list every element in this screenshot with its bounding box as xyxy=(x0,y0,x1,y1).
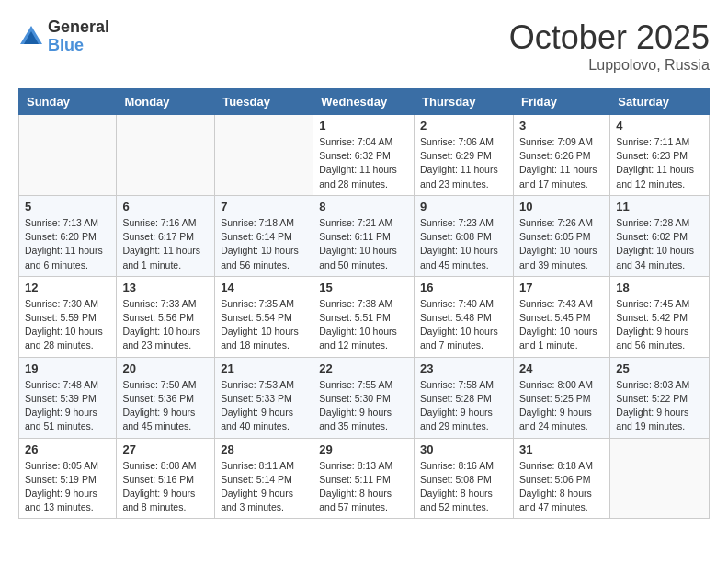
calendar-cell: 19Sunrise: 7:48 AM Sunset: 5:39 PM Dayli… xyxy=(19,357,117,438)
day-content: Sunrise: 7:43 AM Sunset: 5:45 PM Dayligh… xyxy=(519,297,604,353)
day-content: Sunrise: 7:53 AM Sunset: 5:33 PM Dayligh… xyxy=(221,378,307,434)
calendar-week-5: 26Sunrise: 8:05 AM Sunset: 5:19 PM Dayli… xyxy=(19,438,710,519)
day-content: Sunrise: 7:06 AM Sunset: 6:29 PM Dayligh… xyxy=(420,135,507,191)
calendar-cell: 15Sunrise: 7:38 AM Sunset: 5:51 PM Dayli… xyxy=(313,276,415,357)
day-content: Sunrise: 8:16 AM Sunset: 5:08 PM Dayligh… xyxy=(420,459,507,515)
day-number: 14 xyxy=(221,281,307,294)
day-content: Sunrise: 7:58 AM Sunset: 5:28 PM Dayligh… xyxy=(420,378,507,434)
day-number: 25 xyxy=(616,362,703,375)
calendar-week-3: 12Sunrise: 7:30 AM Sunset: 5:59 PM Dayli… xyxy=(19,276,710,357)
day-content: Sunrise: 7:45 AM Sunset: 5:42 PM Dayligh… xyxy=(616,297,703,353)
day-content: Sunrise: 7:55 AM Sunset: 5:30 PM Dayligh… xyxy=(319,378,408,434)
day-number: 22 xyxy=(319,362,408,375)
day-number: 16 xyxy=(420,281,507,294)
day-content: Sunrise: 7:21 AM Sunset: 6:11 PM Dayligh… xyxy=(319,216,408,272)
day-content: Sunrise: 8:18 AM Sunset: 5:06 PM Dayligh… xyxy=(519,459,604,515)
weekday-header-thursday: Thursday xyxy=(415,89,514,115)
calendar-cell: 18Sunrise: 7:45 AM Sunset: 5:42 PM Dayli… xyxy=(610,276,710,357)
calendar-cell: 22Sunrise: 7:55 AM Sunset: 5:30 PM Dayli… xyxy=(313,357,415,438)
day-number: 23 xyxy=(420,362,507,375)
day-content: Sunrise: 7:23 AM Sunset: 6:08 PM Dayligh… xyxy=(420,216,507,272)
calendar-cell: 2Sunrise: 7:06 AM Sunset: 6:29 PM Daylig… xyxy=(415,115,514,196)
calendar-week-2: 5Sunrise: 7:13 AM Sunset: 6:20 PM Daylig… xyxy=(19,195,710,276)
weekday-header-saturday: Saturday xyxy=(610,89,710,115)
day-number: 3 xyxy=(519,119,604,132)
day-content: Sunrise: 7:28 AM Sunset: 6:02 PM Dayligh… xyxy=(616,216,703,272)
day-number: 9 xyxy=(420,200,507,213)
calendar-cell: 21Sunrise: 7:53 AM Sunset: 5:33 PM Dayli… xyxy=(215,357,313,438)
day-content: Sunrise: 7:50 AM Sunset: 5:36 PM Dayligh… xyxy=(122,378,209,434)
calendar-week-4: 19Sunrise: 7:48 AM Sunset: 5:39 PM Dayli… xyxy=(19,357,710,438)
day-number: 17 xyxy=(519,281,604,294)
day-number: 11 xyxy=(616,200,703,213)
calendar-cell: 11Sunrise: 7:28 AM Sunset: 6:02 PM Dayli… xyxy=(610,195,710,276)
calendar-cell: 20Sunrise: 7:50 AM Sunset: 5:36 PM Dayli… xyxy=(117,357,215,438)
day-number: 12 xyxy=(25,281,110,294)
day-number: 7 xyxy=(221,200,307,213)
calendar-cell: 31Sunrise: 8:18 AM Sunset: 5:06 PM Dayli… xyxy=(513,438,609,519)
day-number: 28 xyxy=(221,442,307,456)
day-number: 5 xyxy=(25,200,110,213)
day-number: 31 xyxy=(519,442,604,456)
calendar-cell: 5Sunrise: 7:13 AM Sunset: 6:20 PM Daylig… xyxy=(19,195,117,276)
weekday-header-wednesday: Wednesday xyxy=(313,89,415,115)
day-number: 20 xyxy=(122,362,209,375)
day-number: 13 xyxy=(122,281,209,294)
logo-icon xyxy=(18,24,44,50)
day-content: Sunrise: 7:18 AM Sunset: 6:14 PM Dayligh… xyxy=(221,216,307,272)
calendar-cell: 12Sunrise: 7:30 AM Sunset: 5:59 PM Dayli… xyxy=(19,276,117,357)
calendar-cell: 24Sunrise: 8:00 AM Sunset: 5:25 PM Dayli… xyxy=(513,357,609,438)
calendar-week-1: 1Sunrise: 7:04 AM Sunset: 6:32 PM Daylig… xyxy=(19,115,710,196)
calendar-cell: 17Sunrise: 7:43 AM Sunset: 5:45 PM Dayli… xyxy=(513,276,609,357)
calendar-table: SundayMondayTuesdayWednesdayThursdayFrid… xyxy=(18,88,710,519)
calendar-cell: 26Sunrise: 8:05 AM Sunset: 5:19 PM Dayli… xyxy=(19,438,117,519)
day-content: Sunrise: 7:40 AM Sunset: 5:48 PM Dayligh… xyxy=(420,297,507,353)
logo-text: General Blue xyxy=(48,18,109,55)
weekday-header-sunday: Sunday xyxy=(19,89,117,115)
calendar-cell: 6Sunrise: 7:16 AM Sunset: 6:17 PM Daylig… xyxy=(117,195,215,276)
day-content: Sunrise: 7:09 AM Sunset: 6:26 PM Dayligh… xyxy=(519,135,604,191)
calendar-cell xyxy=(19,115,117,196)
location: Luppolovo, Russia xyxy=(509,57,710,74)
logo: General Blue xyxy=(18,18,109,55)
calendar-cell: 13Sunrise: 7:33 AM Sunset: 5:56 PM Dayli… xyxy=(117,276,215,357)
day-number: 27 xyxy=(122,442,209,456)
day-number: 24 xyxy=(519,362,604,375)
day-content: Sunrise: 8:03 AM Sunset: 5:22 PM Dayligh… xyxy=(616,378,703,434)
day-content: Sunrise: 8:08 AM Sunset: 5:16 PM Dayligh… xyxy=(122,459,209,515)
day-number: 4 xyxy=(616,119,703,132)
calendar-cell xyxy=(117,115,215,196)
day-content: Sunrise: 7:26 AM Sunset: 6:05 PM Dayligh… xyxy=(519,216,604,272)
calendar-cell: 16Sunrise: 7:40 AM Sunset: 5:48 PM Dayli… xyxy=(415,276,514,357)
day-number: 8 xyxy=(319,200,408,213)
logo-general-text: General xyxy=(48,18,109,37)
calendar-body: 1Sunrise: 7:04 AM Sunset: 6:32 PM Daylig… xyxy=(19,115,710,519)
calendar-cell: 1Sunrise: 7:04 AM Sunset: 6:32 PM Daylig… xyxy=(313,115,415,196)
title-section: October 2025 Luppolovo, Russia xyxy=(509,18,710,74)
calendar-cell: 14Sunrise: 7:35 AM Sunset: 5:54 PM Dayli… xyxy=(215,276,313,357)
day-number: 26 xyxy=(25,442,110,456)
day-content: Sunrise: 7:30 AM Sunset: 5:59 PM Dayligh… xyxy=(25,297,110,353)
day-number: 18 xyxy=(616,281,703,294)
calendar-cell: 25Sunrise: 8:03 AM Sunset: 5:22 PM Dayli… xyxy=(610,357,710,438)
page-header: General Blue October 2025 Luppolovo, Rus… xyxy=(18,18,710,74)
calendar-header: SundayMondayTuesdayWednesdayThursdayFrid… xyxy=(19,89,710,115)
day-content: Sunrise: 7:11 AM Sunset: 6:23 PM Dayligh… xyxy=(616,135,703,191)
day-number: 1 xyxy=(319,119,408,132)
weekday-header-tuesday: Tuesday xyxy=(215,89,313,115)
calendar-cell xyxy=(215,115,313,196)
calendar-cell: 7Sunrise: 7:18 AM Sunset: 6:14 PM Daylig… xyxy=(215,195,313,276)
calendar-cell: 8Sunrise: 7:21 AM Sunset: 6:11 PM Daylig… xyxy=(313,195,415,276)
day-number: 2 xyxy=(420,119,507,132)
calendar-cell: 29Sunrise: 8:13 AM Sunset: 5:11 PM Dayli… xyxy=(313,438,415,519)
day-content: Sunrise: 8:11 AM Sunset: 5:14 PM Dayligh… xyxy=(221,459,307,515)
calendar-cell: 27Sunrise: 8:08 AM Sunset: 5:16 PM Dayli… xyxy=(117,438,215,519)
logo-blue-text: Blue xyxy=(48,37,109,55)
day-content: Sunrise: 7:38 AM Sunset: 5:51 PM Dayligh… xyxy=(319,297,408,353)
day-number: 21 xyxy=(221,362,307,375)
day-content: Sunrise: 7:04 AM Sunset: 6:32 PM Dayligh… xyxy=(319,135,408,191)
day-number: 10 xyxy=(519,200,604,213)
weekday-header-friday: Friday xyxy=(513,89,609,115)
day-content: Sunrise: 7:16 AM Sunset: 6:17 PM Dayligh… xyxy=(122,216,209,272)
day-content: Sunrise: 7:48 AM Sunset: 5:39 PM Dayligh… xyxy=(25,378,110,434)
